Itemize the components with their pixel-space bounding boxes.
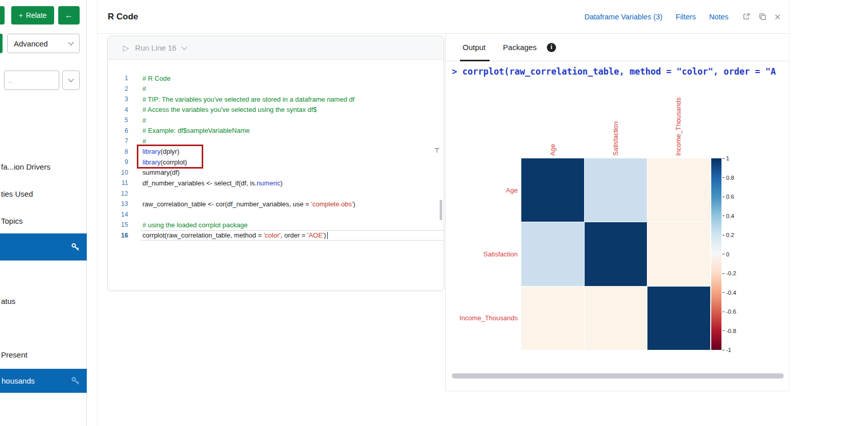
code-line[interactable]: 2# xyxy=(108,84,444,94)
search-dropdown-button[interactable] xyxy=(62,70,80,90)
code-line[interactable]: 13raw_correlation_table <- cor(df_number… xyxy=(108,199,444,209)
line-number: 6 xyxy=(108,127,128,134)
line-number: 8 xyxy=(108,148,128,155)
code-line[interactable]: 7# xyxy=(108,136,444,147)
editor-vertical-scrollbar[interactable] xyxy=(440,200,442,220)
line-number: 16 xyxy=(108,232,128,239)
output-panel: Output Packages i > corrplot(raw_correla… xyxy=(445,34,789,391)
line-number: 7 xyxy=(108,137,128,145)
line-number: 5 xyxy=(108,116,128,124)
copy-icon[interactable] xyxy=(758,12,767,21)
run-toolbar: ▷ Run Line 16 xyxy=(108,36,444,60)
colorbar-tick-label: 1 xyxy=(722,155,729,162)
sidebar-item-selected[interactable] xyxy=(0,233,87,261)
heatmap-cell xyxy=(647,222,710,286)
line-number: 14 xyxy=(108,211,128,218)
sidebar-item-status[interactable]: atus xyxy=(1,297,15,306)
colorbar-tick-label: 0.4 xyxy=(722,212,734,220)
relate-button-label: Relate xyxy=(26,11,46,19)
line-number: 2 xyxy=(108,85,128,92)
output-tab-bar: Output Packages i xyxy=(446,34,789,61)
sidebar-item-satisfaction-drivers[interactable]: fa...ion Drivers xyxy=(1,162,51,172)
text-cursor xyxy=(327,232,328,239)
line-number: 1 xyxy=(108,75,128,82)
output-horizontal-scrollbar[interactable] xyxy=(452,373,784,378)
colorbar-gradient xyxy=(711,158,721,350)
code-line[interactable]: 6# Example: df$sampleVariableName xyxy=(108,126,444,136)
header-icon-group: × xyxy=(742,11,781,22)
heatmap-col-label-satisfaction: Satisfaction xyxy=(612,122,620,156)
chevron-down-icon xyxy=(68,39,74,45)
modal-right-edge xyxy=(789,0,789,391)
modal-left-edge xyxy=(97,0,98,426)
code-line[interactable]: 3# TIP: The variables you've selected ar… xyxy=(108,94,444,105)
plus-icon: + xyxy=(19,11,23,19)
cropped-green-button-2[interactable] xyxy=(0,34,3,53)
play-icon[interactable]: ▷ xyxy=(123,43,129,53)
chevron-down-icon[interactable] xyxy=(182,44,187,50)
code-line[interactable]: 9library(corrplot) xyxy=(108,157,444,168)
key-icon xyxy=(70,242,81,252)
heatmap-cell xyxy=(585,287,647,350)
search-input-text: .. xyxy=(9,77,12,84)
filters-link[interactable]: Filters xyxy=(676,13,695,21)
line-number: 12 xyxy=(108,190,128,197)
heatmap-cell xyxy=(521,158,584,222)
output-body: > corrplot(raw_correlation_table, method… xyxy=(446,61,789,391)
code-line[interactable]: 4# Access the variables you've selected … xyxy=(108,105,444,115)
code-line[interactable]: 12 xyxy=(108,188,444,199)
sidebar-item-income-thousands[interactable]: housands xyxy=(0,369,87,393)
heatmap-cell xyxy=(647,158,710,222)
line-number: 13 xyxy=(108,200,128,207)
run-line-button[interactable]: Run Line 16 xyxy=(135,43,177,52)
code-line[interactable]: 5# xyxy=(108,115,444,126)
sidebar-item-present[interactable]: Present xyxy=(1,350,28,360)
heatmap-cell xyxy=(585,222,647,286)
code-line[interactable]: 1# R Code xyxy=(108,73,444,84)
line-number: 4 xyxy=(108,106,128,113)
search-input[interactable]: .. xyxy=(4,70,59,90)
line-number: 9 xyxy=(108,158,128,165)
colorbar-tick-label: -0.6 xyxy=(722,308,736,315)
heatmap-col-label-income-thousands: Income_Thousands xyxy=(674,98,683,156)
cropped-green-button[interactable] xyxy=(0,6,5,25)
correlation-heatmap xyxy=(521,158,710,350)
colorbar-tick-label: 0 xyxy=(722,251,729,258)
line-number: 11 xyxy=(108,179,128,186)
heatmap-col-label-age: Age xyxy=(549,144,557,156)
console-command-echo: > corrplot(raw_correlation_table, method… xyxy=(452,66,788,77)
scrollbar-cap: ⊤ xyxy=(434,147,440,154)
line-number: 10 xyxy=(108,169,128,176)
chevron-down-icon xyxy=(68,76,74,82)
heatmap-row-label-age: Age xyxy=(446,186,518,195)
code-line[interactable]: 10summary(df) xyxy=(108,168,444,178)
page-title: R Code xyxy=(108,12,138,22)
line-number: 3 xyxy=(108,96,128,103)
code-line[interactable]: 11df_number_variables <- select_if(df, i… xyxy=(108,178,444,188)
sidebar-item-ties-used[interactable]: ties Used xyxy=(1,190,33,199)
advanced-dropdown[interactable]: Advanced xyxy=(7,34,80,53)
tab-output[interactable]: Output xyxy=(463,43,486,52)
colorbar-tick-label: -0.8 xyxy=(722,327,736,335)
heatmap-row-label-satisfaction: Satisfaction xyxy=(446,250,518,258)
code-line[interactable]: 16corrplot(raw_correlation_table, method… xyxy=(108,230,444,241)
dataframe-variables-link[interactable]: Dataframe Variables (3) xyxy=(585,13,663,21)
code-line[interactable]: 8library(dplyr) xyxy=(108,147,444,157)
heatmap-cell xyxy=(521,287,584,350)
sidebar-item-topics[interactable]: Topics xyxy=(1,217,23,226)
tab-packages[interactable]: Packages xyxy=(503,43,537,52)
expand-icon[interactable] xyxy=(742,12,751,21)
code-line[interactable]: 14 xyxy=(108,209,444,220)
close-icon[interactable]: × xyxy=(775,11,781,22)
colorbar-tick-label: 0.8 xyxy=(722,174,734,181)
notes-link[interactable]: Notes xyxy=(709,13,729,21)
header-actions: Dataframe Variables (3) Filters Notes × xyxy=(585,11,781,22)
colorbar-tick-label: -0.2 xyxy=(722,270,736,277)
colorbar-tick-label: 0.2 xyxy=(722,231,734,239)
code-area[interactable]: 1# R Code2#3# TIP: The variables you've … xyxy=(108,60,444,241)
key-icon xyxy=(70,376,81,386)
relate-button[interactable]: + Relate xyxy=(11,6,54,25)
code-line[interactable]: 15# using the loaded corrplot package xyxy=(108,220,444,230)
info-icon[interactable]: i xyxy=(547,43,556,52)
back-button[interactable]: ← xyxy=(58,6,80,25)
